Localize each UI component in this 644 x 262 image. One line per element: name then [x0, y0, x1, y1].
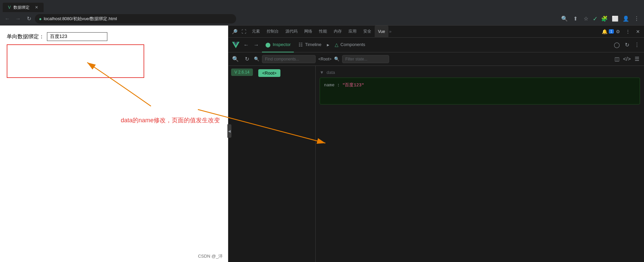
devtools-tab-security[interactable]: 安全	[360, 26, 375, 38]
state-section-name: data	[327, 70, 335, 75]
vue-extension-icon: ✓	[592, 15, 598, 23]
vue-content: V 2.6.14 <Root> ▼ data name : "百度123	[228, 66, 644, 262]
devtools-top-right: 🔔 1 ⚙ ⋮ ✕	[603, 27, 643, 36]
chevron-separator: ►	[326, 43, 330, 47]
binding-row: 单向数据绑定：	[7, 32, 221, 41]
timeline-icon: ☷	[299, 42, 303, 47]
vue-logo	[231, 40, 240, 50]
notifications-button[interactable]: 🔔 1	[603, 27, 612, 36]
vue-devtools: ← → ⬤ Inspector ☷ Timeline ► △ Component…	[228, 38, 644, 262]
code-button[interactable]: </>	[623, 55, 631, 63]
find-components-input[interactable]	[262, 55, 316, 63]
search-icon-label: 🔍	[254, 56, 259, 61]
devtools-tab-vue[interactable]: Vue	[375, 26, 388, 38]
settings-button[interactable]: ⚙	[613, 27, 623, 36]
vue-toolbar: ← → ⬤ Inspector ☷ Timeline ► △ Component…	[228, 38, 644, 52]
secure-icon: ●	[39, 16, 42, 21]
vue-tab-components-label: Components	[340, 42, 365, 47]
prop-colon: :	[337, 83, 342, 88]
vue-tab-inspector-label: Inspector	[273, 42, 290, 47]
vue-logo-icon	[232, 42, 239, 48]
window-button[interactable]: ⬜	[610, 14, 620, 24]
active-tab[interactable]: V 数据绑定 ✕	[3, 3, 44, 12]
browser-chrome: V 数据绑定 ✕ ← → ↻ ● localhost:8080/初始vue/数据…	[0, 0, 644, 26]
vue-forward-button[interactable]: →	[252, 41, 261, 49]
close-devtools-button[interactable]: ✕	[633, 27, 643, 36]
subtoolbar-icons: ◫ </> ☰	[612, 55, 641, 63]
profile-button[interactable]: 👤	[621, 14, 631, 24]
vue-tab-inspector[interactable]: ⬤ Inspector	[262, 38, 294, 52]
bookmark-button[interactable]: ☆	[581, 14, 591, 24]
state-panel: ▼ data name : "百度123"	[316, 66, 644, 262]
vue-tab-label: Vue	[378, 29, 385, 34]
inspect-element-button[interactable]: 🔎	[230, 27, 239, 36]
devtools-tab-application[interactable]: 应用	[345, 26, 360, 38]
vue-toolbar-right: ◯ ↻ ⋮	[612, 41, 641, 49]
inspector-icon: ⬤	[265, 42, 271, 47]
search-button[interactable]: 🔍	[560, 14, 569, 24]
filter-search-icon: 🔍	[334, 56, 339, 61]
url-text: localhost:8080/初始vue/数据绑定.html	[44, 16, 117, 22]
prop-name-text: name	[324, 83, 334, 88]
annotation-text: data的name修改，页面的值发生改变	[121, 116, 220, 124]
devtools-tab-sources[interactable]: 源代码	[282, 26, 301, 38]
refresh-button[interactable]: ↻	[24, 14, 34, 24]
devtools-tab-elements[interactable]: 元素	[249, 26, 263, 38]
devtools-top-row: 🔎 ⛶ 元素 控制台 源代码 网络 性能 内存 应用 安全 Vue » 🔔 1 …	[228, 26, 644, 38]
screenshot-button[interactable]: ◫	[612, 55, 621, 63]
page-content: 单向数据绑定： data的name修改，页面的值发生改变	[0, 26, 228, 262]
main-layout: 单向数据绑定： data的name修改，页面的值发生改变	[0, 26, 644, 262]
nav-icons: 🔍 ⬆ ☆ ✓ 🧩 ⬜ 👤 ⋮	[560, 14, 641, 24]
tab-bar: V 数据绑定 ✕	[0, 0, 644, 12]
tab-title: 数据绑定	[13, 5, 30, 10]
devtools-tab-network[interactable]: 网络	[301, 26, 316, 38]
devtools-tab-performance[interactable]: 性能	[316, 26, 330, 38]
magnify-button[interactable]: 🔍	[231, 55, 240, 63]
vue-back-button[interactable]: ←	[242, 41, 251, 49]
notification-icon: 🔔	[602, 29, 607, 34]
binding-input-wrapper	[47, 32, 107, 41]
refresh-vue-button[interactable]: ↻	[623, 41, 631, 49]
more-options-button[interactable]: ⋮	[623, 27, 633, 36]
devtools-panel: 🔎 ⛶ 元素 控制台 源代码 网络 性能 内存 应用 安全 Vue » 🔔 1 …	[228, 26, 644, 262]
vue-tab-timeline-label: Timeline	[305, 42, 321, 47]
state-section-title: ▼ data	[320, 70, 640, 75]
annotation-arrow	[67, 49, 168, 116]
address-bar[interactable]: ● localhost:8080/初始vue/数据绑定.html	[35, 14, 236, 24]
device-button[interactable]: ⛶	[239, 27, 249, 36]
binding-label: 单向数据绑定：	[7, 33, 44, 40]
vue-version-badge: V 2.6.14	[231, 69, 253, 76]
devtools-tab-console[interactable]: 控制台	[263, 26, 282, 38]
list-button[interactable]: ☰	[633, 55, 641, 63]
forward-button[interactable]: →	[13, 14, 23, 24]
devtools-tab-memory[interactable]: 内存	[330, 26, 345, 38]
vue-more-button[interactable]: ⋮	[633, 41, 641, 49]
prop-value-text: "百度123"	[342, 83, 364, 88]
components-icon: △	[335, 42, 338, 47]
vue-tab-timeline[interactable]: ☷ Timeline	[295, 38, 325, 52]
nav-bar: ← → ↻ ● localhost:8080/初始vue/数据绑定.html 🔍…	[0, 12, 644, 26]
record-button[interactable]: ◯	[612, 41, 621, 49]
state-data-box: name : "百度123"	[320, 78, 640, 104]
tab-close-icon[interactable]: ✕	[35, 5, 38, 10]
component-tree: V 2.6.14 <Root>	[228, 66, 316, 262]
share-button[interactable]: ⬆	[571, 14, 580, 24]
collapse-triangle[interactable]: ▼	[320, 70, 324, 75]
watermark: CSDN @_洋	[198, 253, 223, 259]
vue-subtoolbar: 🔍 ↻ 🔍 <Root> 🔍 ◫ </> ☰	[228, 52, 644, 66]
back-button[interactable]: ←	[3, 14, 12, 24]
menu-button[interactable]: ⋮	[632, 14, 641, 24]
filter-state-input[interactable]	[342, 55, 389, 63]
root-tag-label: <Root>	[318, 57, 331, 61]
refresh-tree-button[interactable]: ↻	[243, 55, 251, 63]
root-component-tag[interactable]: <Root>	[258, 69, 281, 77]
state-property-name: name : "百度123"	[324, 82, 636, 88]
extensions-button[interactable]: 🧩	[600, 14, 609, 24]
collapse-handle[interactable]: ◀	[227, 124, 231, 138]
vue-tab-components[interactable]: △ Components	[331, 38, 369, 52]
binding-input[interactable]	[47, 32, 107, 41]
more-tabs-icon[interactable]: »	[388, 29, 392, 34]
collapse-icon: ◀	[228, 129, 231, 133]
tab-favicon: V	[8, 5, 11, 10]
tree-row: V 2.6.14 <Root>	[231, 69, 313, 77]
